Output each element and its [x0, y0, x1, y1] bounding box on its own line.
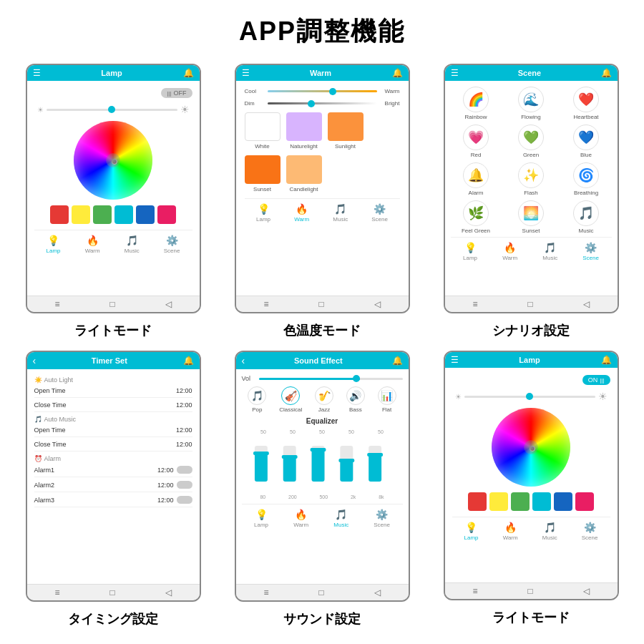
nav-lamp-label-scene: Lamp	[463, 255, 477, 261]
nav-music-sound[interactable]: 🎵 Music	[333, 509, 348, 528]
preset-jazz[interactable]: 🎷 Jazz	[315, 386, 333, 413]
color-wheel-lamp2[interactable]	[492, 408, 570, 487]
nav-scene-label-scene: Scene	[582, 255, 599, 261]
preset-classical[interactable]: 🎻 Classical	[279, 386, 302, 413]
vol-slider[interactable]	[259, 378, 403, 380]
swatch-blue[interactable]	[136, 205, 155, 224]
preset-flat[interactable]: 📊 Flat	[378, 386, 396, 413]
preset-pop[interactable]: 🎵 Pop	[248, 386, 266, 413]
scene-item-flowing[interactable]: 🌊 Flowing	[506, 87, 557, 120]
scene-item-feelgreen[interactable]: 🌿 Feel Green	[451, 200, 502, 234]
nav-lamp-label-lamp2: Lamp	[464, 535, 479, 541]
scene-item-sunset[interactable]: 🌅 Sunset	[506, 200, 557, 234]
nav-warm-sound[interactable]: 🔥 Warm	[293, 509, 308, 528]
footer-home-lamp2: □	[527, 586, 532, 596]
footer-menu-sound: ≡	[263, 587, 268, 597]
scene-item-red[interactable]: 💗 Red	[451, 125, 502, 158]
svg-rect-11	[338, 459, 354, 462]
green-icon: 💚	[518, 125, 544, 150]
tile-white[interactable]: White	[245, 112, 280, 150]
nav-lamp-sound[interactable]: 💡 Lamp	[254, 509, 268, 528]
nav-scene-sound[interactable]: ⚙️ Scene	[374, 509, 390, 528]
scene-item-alarm[interactable]: 🔔 Alarm	[451, 162, 502, 196]
swatch-red[interactable]	[50, 205, 69, 224]
classical-icon: 🎻	[281, 386, 300, 405]
brightness-slider[interactable]	[47, 109, 177, 111]
scene-item-music[interactable]: 🎵 Music	[561, 200, 612, 234]
footer-menu-warm: ≡	[263, 299, 268, 309]
swatch-pink[interactable]	[157, 205, 176, 224]
nav-warm-scene[interactable]: 🔥 Warm	[502, 242, 517, 261]
swatch-blue-lamp2[interactable]	[554, 492, 572, 511]
nav-lamp-label-warm: Lamp	[256, 216, 270, 223]
cool-warm-slider[interactable]	[268, 90, 377, 92]
alarm-label: Alarm	[44, 455, 62, 462]
swatch-yellow[interactable]	[72, 205, 90, 224]
nav-lamp[interactable]: 💡 Lamp	[47, 235, 61, 254]
swatch-red-lamp2[interactable]	[468, 492, 487, 511]
alarm-section-icon: ⏰	[34, 455, 42, 462]
tile-candlelight[interactable]: Candlelight	[286, 155, 322, 192]
nav-lamp-lamp2[interactable]: 💡 Lamp	[464, 522, 479, 541]
swatch-cyan-lamp2[interactable]	[532, 492, 551, 511]
dim-bright-slider[interactable]	[268, 102, 377, 104]
nav-music-scene[interactable]: 🎵 Music	[542, 242, 557, 261]
nav-warm-warm[interactable]: 🔥 Warm	[294, 203, 309, 223]
phone-bar-timer: ‹ Timer Set 🔔	[27, 352, 200, 369]
bottom-nav-lamp2: 💡 Lamp 🔥 Warm 🎵 Music ⚙️	[452, 517, 610, 544]
nav-lamp-scene[interactable]: 💡 Lamp	[463, 242, 477, 261]
color-wheel-lamp1[interactable]	[74, 121, 152, 200]
section-alarm: ⏰ Alarm	[34, 455, 192, 462]
nav-warm[interactable]: 🔥 Warm	[85, 235, 100, 254]
sunset-icon: 🌅	[518, 200, 544, 226]
phone-footer-scene: ≡ □ ◁	[445, 296, 618, 312]
tile-naturelight[interactable]: Naturelight	[286, 112, 322, 150]
swatch-green[interactable]	[93, 205, 112, 224]
notif-icon-timer: 🔔	[183, 356, 194, 366]
scene-item-blue[interactable]: 💙 Blue	[561, 125, 612, 158]
alarm2-toggle[interactable]	[177, 481, 192, 489]
nav-lamp-warm[interactable]: 💡 Lamp	[256, 203, 270, 223]
scene-item-flash[interactable]: ✨ Flash	[506, 162, 557, 196]
nav-music-label-warm: Music	[333, 216, 348, 223]
swatch-pink-lamp2[interactable]	[575, 492, 594, 511]
nav-music-label-sound: Music	[333, 522, 348, 528]
phone-title-lamp1: Lamp	[41, 69, 183, 77]
nav-music[interactable]: 🎵 Music	[125, 235, 140, 254]
nav-scene-lamp2[interactable]: ⚙️ Scene	[582, 522, 598, 541]
color-tiles-bottom: Sunset Candlelight	[245, 155, 400, 192]
nav-warm-label-lamp2: Warm	[503, 535, 518, 541]
nav-scene[interactable]: ⚙️ Scene	[164, 235, 180, 254]
alarm1-toggle[interactable]	[177, 466, 192, 474]
nav-scene-warm[interactable]: ⚙️ Scene	[371, 203, 388, 223]
freq-3: 2k	[351, 494, 356, 499]
alarm3-toggle[interactable]	[177, 496, 192, 504]
tile-naturelight-label: Naturelight	[290, 143, 318, 150]
nav-music-lamp2[interactable]: 🎵 Music	[542, 522, 557, 541]
nav-warm-lamp2[interactable]: 🔥 Warm	[503, 522, 518, 541]
scene-item-rainbow[interactable]: 🌈 Rainbow	[451, 87, 502, 120]
nav-scene-scene[interactable]: ⚙️ Scene	[582, 242, 599, 261]
scene-name-blue: Blue	[580, 152, 592, 158]
swatch-cyan[interactable]	[114, 205, 133, 224]
scene-name-green: Green	[523, 152, 539, 158]
nav-music-warm[interactable]: 🎵 Music	[333, 203, 348, 223]
tile-sunset[interactable]: Sunset	[245, 155, 280, 192]
scene-item-green[interactable]: 💚 Green	[506, 125, 557, 158]
eq-chart-svg	[248, 439, 397, 489]
eq-val-2: 50	[319, 429, 325, 434]
swatch-green-lamp2[interactable]	[511, 492, 530, 511]
tile-sunlight[interactable]: Sunlight	[328, 112, 364, 150]
scene-item-heartbeat[interactable]: ❤️ Heartbeat	[561, 87, 612, 120]
toggle-on[interactable]: ON |||	[582, 375, 610, 385]
scene-item-breathing[interactable]: 🌀 Breathing	[561, 162, 612, 196]
swatch-yellow-lamp2[interactable]	[489, 492, 508, 511]
warm-icon-lamp2: 🔥	[504, 522, 517, 533]
screen-lamp1: ||| OFF ☀ ☀	[27, 81, 200, 264]
phone-title-warm: Warm	[250, 69, 392, 77]
pop-icon: 🎵	[248, 386, 266, 405]
cool-warm-slider-row: Cool Warm	[245, 88, 400, 94]
toggle-off[interactable]: ||| OFF	[161, 88, 192, 98]
brightness-slider-lamp2[interactable]	[464, 396, 595, 398]
preset-bass[interactable]: 🔊 Bass	[346, 386, 365, 413]
